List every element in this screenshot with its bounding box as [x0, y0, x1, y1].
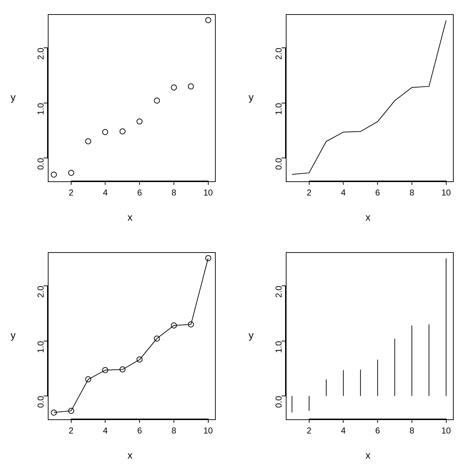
x-axis-tick: [446, 181, 447, 185]
data-point: [154, 336, 160, 342]
x-axis-tick: [412, 419, 412, 423]
x-tick-label: 4: [341, 188, 346, 198]
y-tick-label: 1.0: [274, 103, 284, 124]
x-tick-label: 2: [307, 188, 311, 198]
x-tick-label: 4: [103, 188, 108, 198]
data-point: [51, 409, 57, 415]
y-tick-label: 0.0: [36, 158, 46, 179]
plot-area: [286, 14, 454, 182]
x-axis-label: x: [366, 450, 370, 461]
x-tick-label: 8: [171, 188, 176, 198]
data-point: [137, 357, 143, 363]
data-point: [137, 119, 143, 125]
x-axis-tick: [309, 181, 310, 185]
x-tick-label: 10: [203, 188, 213, 198]
y-axis-label: y: [249, 92, 254, 103]
data-point: [171, 323, 177, 329]
x-axis-tick: [174, 419, 174, 423]
data-point: [68, 408, 74, 414]
x-axis-tick: [343, 419, 344, 423]
plot-grid: 2468100.01.02.0xy 2468100.01.02.0xy 2468…: [0, 0, 476, 476]
x-axis-tick: [309, 419, 310, 423]
y-tick-label: 1.0: [36, 103, 46, 124]
x-tick-label: 6: [375, 426, 380, 436]
y-tick-label: 0.0: [274, 158, 284, 179]
x-tick-label: 10: [441, 426, 451, 436]
y-tick-label: 1.0: [274, 341, 284, 362]
y-tick-label: 0.0: [36, 396, 46, 417]
x-tick-label: 10: [203, 426, 213, 436]
x-tick-label: 10: [441, 188, 451, 198]
x-tick-label: 8: [171, 426, 176, 436]
x-axis-tick: [71, 181, 72, 185]
x-tick-label: 2: [69, 188, 73, 198]
x-axis-tick: [208, 181, 209, 185]
x-axis-label: x: [128, 212, 132, 223]
data-point: [85, 138, 91, 144]
x-tick-label: 6: [375, 188, 380, 198]
x-axis-tick: [105, 181, 106, 185]
x-axis-tick: [377, 419, 378, 423]
y-tick-label: 2.0: [274, 286, 284, 307]
y-axis-label: y: [249, 330, 254, 341]
plot-area: [48, 14, 216, 182]
x-axis-tick: [139, 181, 140, 185]
data-point: [102, 129, 108, 135]
data-point: [119, 129, 125, 135]
x-tick-label: 4: [341, 426, 346, 436]
data-point: [171, 85, 177, 91]
data-point: [188, 321, 194, 327]
x-tick-label: 4: [103, 426, 108, 436]
plot-cell-3: 2468100.01.02.0xy: [0, 238, 238, 476]
data-point: [205, 255, 211, 261]
x-tick-label: 8: [409, 188, 414, 198]
y-axis-label: y: [11, 92, 16, 103]
x-axis-tick: [105, 419, 106, 423]
x-axis-label: x: [366, 212, 370, 223]
data-point: [205, 17, 211, 23]
x-axis-tick: [446, 419, 447, 423]
x-axis-tick: [139, 419, 140, 423]
data-point: [154, 98, 160, 104]
x-tick-label: 6: [137, 426, 142, 436]
x-tick-label: 8: [409, 426, 414, 436]
plot-area: [48, 252, 216, 420]
plot-cell-2: 2468100.01.02.0xy: [238, 0, 476, 238]
data-point: [119, 367, 125, 373]
x-axis-label: x: [128, 450, 132, 461]
x-axis-tick: [208, 419, 209, 423]
y-tick-label: 2.0: [36, 48, 46, 69]
y-tick-label: 0.0: [274, 396, 284, 417]
data-point: [51, 171, 57, 177]
x-axis-tick: [343, 181, 344, 185]
x-axis-tick: [174, 181, 174, 185]
y-axis-label: y: [11, 330, 16, 341]
x-tick-label: 2: [69, 426, 73, 436]
x-axis-tick: [71, 419, 72, 423]
y-tick-label: 2.0: [274, 48, 284, 69]
data-point: [85, 376, 91, 382]
plot-cell-1: 2468100.01.02.0xy: [0, 0, 238, 238]
y-tick-label: 1.0: [36, 341, 46, 362]
data-point: [68, 170, 74, 176]
x-tick-label: 6: [137, 188, 142, 198]
plot-cell-4: 2468100.01.02.0xy: [238, 238, 476, 476]
x-tick-label: 2: [307, 426, 311, 436]
y-tick-label: 2.0: [36, 286, 46, 307]
data-point: [188, 83, 194, 89]
data-point: [102, 367, 108, 373]
x-axis-tick: [412, 181, 412, 185]
plot-area: [286, 252, 454, 420]
x-axis-tick: [377, 181, 378, 185]
